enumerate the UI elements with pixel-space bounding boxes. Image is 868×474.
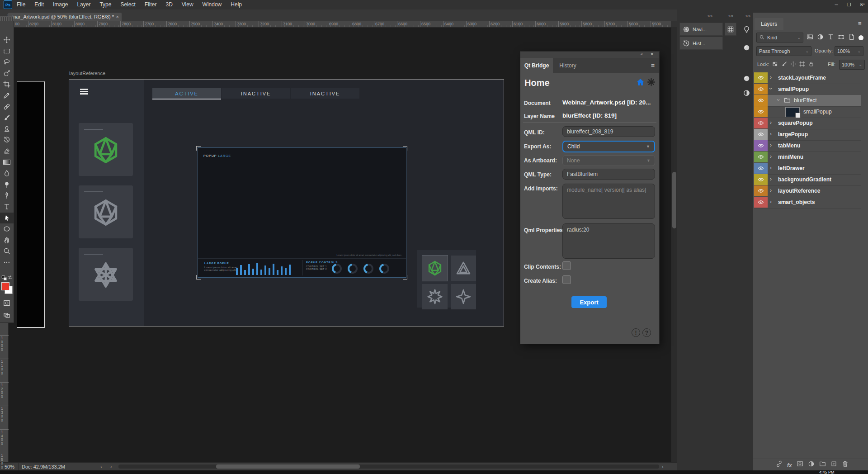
layer-visibility-eye-icon[interactable] [754,118,768,128]
spot-healing-brush-tool-button[interactable] [0,101,14,112]
chevron-right-icon[interactable]: › [770,188,772,193]
quick-mask-icon[interactable] [3,299,10,307]
properties-panel-icon[interactable] [741,87,752,99]
lock-transparency-icon[interactable] [772,61,778,69]
menu-3d[interactable]: 3D [161,0,177,9]
lasso-tool-button[interactable] [0,57,14,67]
blend-mode-dropdown[interactable]: Pass Through ⌄ [756,46,811,56]
layer-row-stackLayoutFrame[interactable]: ›stackLayoutFrame [754,72,861,84]
filter-shape-icon[interactable] [838,33,844,42]
menu-filter[interactable]: Filter [140,0,161,9]
collapsed-grid-panel-icon[interactable] [725,23,736,36]
control-knob[interactable] [379,264,389,274]
swap-colors-icon[interactable] [7,274,13,280]
layers-panel-menu-icon[interactable]: ≡ [858,20,862,27]
scroll-left-arrow-icon[interactable]: ‹ [110,464,112,469]
layer-row-smallPopup[interactable]: smallPopup [754,106,861,118]
qml-id-input[interactable] [562,126,655,137]
create-alias-checkbox[interactable] [562,275,571,284]
qt-bridge-menu-icon[interactable]: ≡ [651,62,655,69]
shape-card-triangle[interactable] [451,256,476,281]
layer-row-tabMenu[interactable]: ›tabMenu [754,140,861,152]
foreground-color-swatch[interactable] [1,282,9,290]
dock-collapse-icon[interactable]: «« [728,14,734,18]
chevron-right-icon[interactable]: › [770,176,772,182]
vertical-scrollbar[interactable] [671,27,677,462]
link-layers-icon[interactable] [776,460,783,469]
control-knob[interactable] [348,264,358,274]
control-knob[interactable] [363,264,373,274]
chevron-down-icon[interactable]: › [768,88,774,90]
horizontal-scrollbar-thumb[interactable] [216,465,360,469]
home-icon[interactable] [636,78,645,88]
collapsed-panel-hist[interactable]: Hist... [679,37,723,50]
add-imports-textarea[interactable] [562,184,655,219]
document-tab-close-icon[interactable]: × [116,13,119,21]
pen-tool-button[interactable] [0,190,14,201]
hand-tool-button[interactable] [0,235,14,246]
menu-layer[interactable]: Layer [72,0,95,9]
qt-bridge-collapse-icon[interactable]: « [641,52,643,57]
layer-row-squarePopup[interactable]: ›squarePopup [754,118,861,129]
clone-stamp-tool-button[interactable] [0,123,14,134]
chevron-right-icon[interactable]: › [770,199,772,204]
mockup-thumbnail-card[interactable] [79,185,133,238]
mockup-tab-inactive-2[interactable]: INACTIVE [291,88,359,99]
filter-smart-object-icon[interactable] [848,33,855,42]
dock-collapse-icon[interactable]: «« [708,14,713,18]
layer-visibility-eye-icon[interactable] [754,140,768,151]
menu-view[interactable]: View [177,0,198,9]
layer-visibility-eye-icon[interactable] [754,185,768,196]
layer-visibility-eye-icon[interactable] [754,95,768,106]
filter-adjustment-icon[interactable] [817,33,824,42]
chevron-right-icon[interactable]: › [770,165,772,171]
layer-effects-icon[interactable]: fx [787,461,792,469]
control-knob[interactable] [332,264,342,274]
shape-card-polyhedron[interactable] [422,256,448,281]
lock-artboard-icon[interactable] [799,61,805,69]
layer-row-blurEffect[interactable]: ›blurEffect [754,95,861,107]
new-layer-icon[interactable] [830,460,837,469]
editbar-tool-button[interactable] [0,257,14,268]
path-selection-tool-button[interactable] [0,213,14,223]
mockup-thumbnail-card[interactable] [79,123,133,176]
chevron-down-icon[interactable]: › [776,99,781,101]
export-button[interactable]: Export [571,296,607,308]
zoom-tool-button[interactable] [0,246,14,256]
qml-properties-textarea[interactable]: radius:20 [562,223,655,259]
filter-toggle[interactable] [859,35,863,40]
layer-thumbnail[interactable] [785,107,800,117]
move-tool-button[interactable] [0,34,14,45]
opacity-dropdown[interactable]: 100% ⌄ [835,46,863,56]
mockup-thumbnail-card[interactable] [79,248,133,301]
fill-dropdown[interactable]: 100% ⌄ [839,60,865,70]
history-brush-tool-button[interactable] [0,134,14,145]
layer-row-leftDrawer[interactable]: ›leftDrawer [754,163,861,175]
vertical-scrollbar-thumb[interactable] [672,172,676,228]
tab-qt-bridge[interactable]: Qt Bridge [520,58,553,73]
layer-visibility-eye-icon[interactable] [754,152,768,162]
layer-visibility-eye-icon[interactable] [754,197,768,208]
minimize-button[interactable]: ─ [830,0,843,9]
delete-layer-icon[interactable] [842,460,849,469]
scroll-right-arrow-icon[interactable]: › [662,464,664,469]
type-tool-button[interactable] [0,201,14,212]
default-colors-icon[interactable] [1,275,8,281]
lock-position-icon[interactable] [790,61,796,69]
add-adjustment-icon[interactable] [808,460,815,469]
learn-panel-icon[interactable] [741,24,752,35]
color-panel-icon[interactable] [741,72,752,84]
lock-all-icon[interactable] [808,61,814,69]
restore-button[interactable]: ❐ [843,0,855,9]
filter-type-icon[interactable] [827,33,834,42]
menu-window[interactable]: Window [198,0,226,9]
filter-image-icon[interactable] [807,33,813,42]
layer-row-smallPopup[interactable]: ›smallPopup [754,84,861,95]
menu-file[interactable]: File [12,0,30,9]
clip-contents-checkbox[interactable] [562,261,571,270]
layer-filter-kind-dropdown[interactable]: Kind ⌄ [756,33,803,43]
qt-bridge-close-icon[interactable]: ✕ [650,52,654,57]
menu-select[interactable]: Select [116,0,140,9]
libraries-panel-icon[interactable] [741,42,752,53]
menu-image[interactable]: Image [48,0,72,9]
